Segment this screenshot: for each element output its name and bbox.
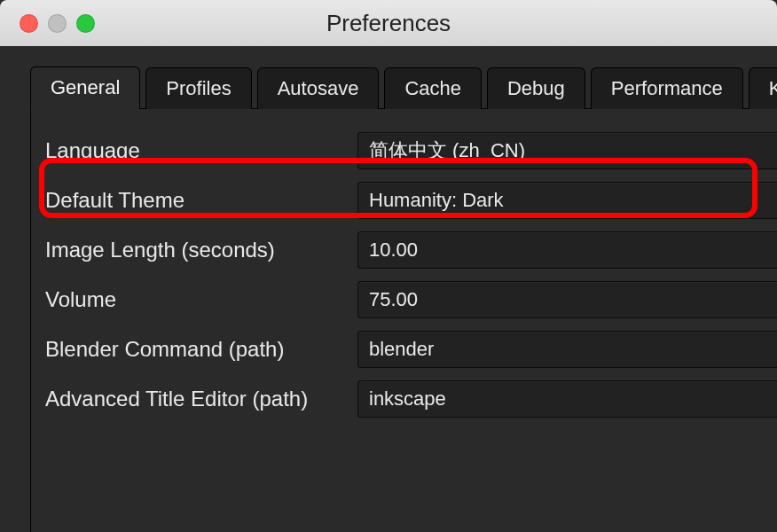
row-volume: Volume 75.00 bbox=[31, 281, 777, 318]
label-title-editor: Advanced Title Editor (path) bbox=[31, 387, 357, 411]
preferences-window: Preferences General Profiles Autosave Ca… bbox=[0, 0, 777, 532]
window-controls bbox=[0, 14, 95, 33]
row-blender: Blender Command (path) blender bbox=[31, 331, 777, 368]
tab-cache[interactable]: Cache bbox=[384, 67, 482, 109]
label-language: Language bbox=[31, 138, 357, 163]
label-theme: Default Theme bbox=[31, 188, 357, 213]
select-language[interactable]: 简体中文 (zh_CN) bbox=[357, 132, 777, 169]
tab-performance[interactable]: Performance bbox=[591, 67, 743, 109]
minimize-icon[interactable] bbox=[48, 14, 67, 33]
input-blender[interactable]: blender bbox=[357, 331, 777, 368]
row-theme: Default Theme Humanity: Dark bbox=[31, 182, 777, 219]
titlebar: Preferences bbox=[0, 0, 777, 46]
tab-profiles[interactable]: Profiles bbox=[145, 67, 251, 109]
tab-bar: General Profiles Autosave Cache Debug Pe… bbox=[30, 66, 777, 108]
maximize-icon[interactable] bbox=[76, 14, 95, 33]
tab-general[interactable]: General bbox=[30, 66, 140, 109]
label-image-length: Image Length (seconds) bbox=[31, 238, 357, 262]
row-title-editor: Advanced Title Editor (path) inkscape bbox=[31, 380, 777, 418]
row-language: Language 简体中文 (zh_CN) bbox=[31, 132, 777, 169]
select-theme[interactable]: Humanity: Dark bbox=[357, 182, 777, 219]
label-blender: Blender Command (path) bbox=[31, 337, 357, 362]
tab-autosave[interactable]: Autosave bbox=[257, 67, 380, 109]
input-title-editor[interactable]: inkscape bbox=[357, 380, 777, 418]
close-icon[interactable] bbox=[20, 14, 38, 33]
tab-debug[interactable]: Debug bbox=[487, 67, 585, 109]
input-image-length[interactable]: 10.00 bbox=[357, 231, 777, 269]
row-image-length: Image Length (seconds) 10.00 bbox=[31, 231, 777, 269]
label-volume: Volume bbox=[31, 287, 357, 312]
window-body: General Profiles Autosave Cache Debug Pe… bbox=[0, 46, 777, 532]
input-volume[interactable]: 75.00 bbox=[357, 281, 777, 318]
tab-keyboard[interactable]: Ke bbox=[749, 67, 777, 109]
tab-pane-general: Language 简体中文 (zh_CN) Default Theme Huma… bbox=[30, 108, 777, 532]
window-title: Preferences bbox=[326, 10, 451, 37]
